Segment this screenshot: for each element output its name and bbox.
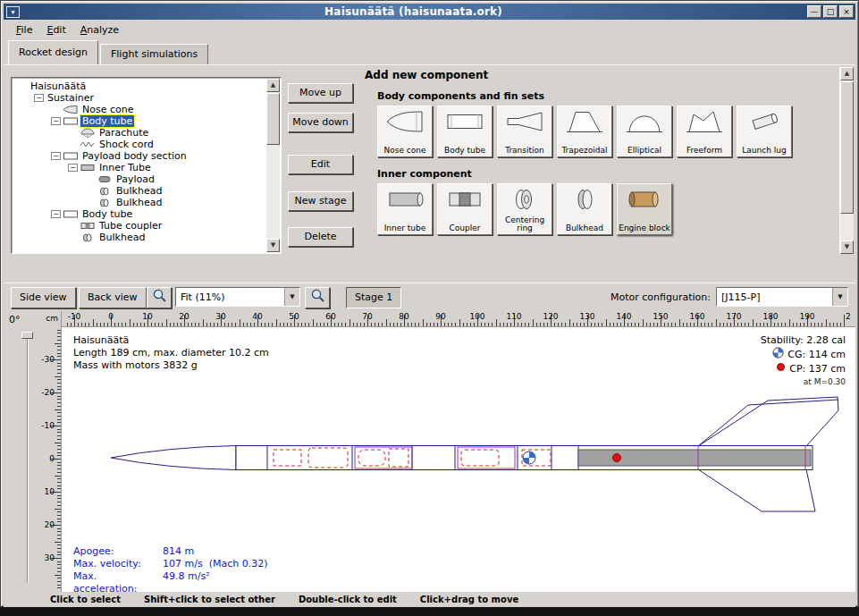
title-bar: ▾ Haisunäätä (haisunaata.ork) — □ × bbox=[4, 4, 855, 20]
palette-button-engine-block[interactable]: Engine block bbox=[617, 183, 672, 235]
tab-flight-simulations[interactable]: Flight simulations bbox=[100, 44, 208, 64]
tree-item-parachute[interactable]: Parachute bbox=[14, 127, 264, 139]
delete-button[interactable]: Delete bbox=[288, 227, 353, 247]
ruler-tick bbox=[364, 323, 365, 326]
ruler-tick bbox=[57, 515, 61, 516]
tree-item-bulkhead[interactable]: Bulkhead bbox=[14, 185, 264, 197]
scroll-down-icon[interactable]: ▼ bbox=[266, 239, 280, 252]
ruler-tick bbox=[463, 323, 464, 326]
scroll-up-icon[interactable]: ▲ bbox=[266, 79, 280, 92]
tree-item-bulkhead[interactable]: Bulkhead bbox=[14, 197, 264, 208]
tab-rocket-design[interactable]: Rocket design bbox=[8, 40, 98, 64]
palette-button-body-tube[interactable]: Body tube bbox=[437, 105, 493, 157]
ruler-tick bbox=[811, 323, 812, 326]
zoom-in-button[interactable] bbox=[305, 287, 330, 308]
tree-expander-icon[interactable]: − bbox=[68, 164, 78, 172]
palette-scrollbar[interactable]: ▲ ▼ bbox=[839, 67, 854, 254]
tree-expander-icon[interactable]: − bbox=[51, 210, 61, 218]
ruler-tick bbox=[217, 323, 218, 326]
nose-cone-shape[interactable] bbox=[111, 446, 236, 470]
stage-1-toggle[interactable]: Stage 1 bbox=[346, 287, 401, 308]
ruler-tick bbox=[643, 319, 644, 326]
edit-button[interactable]: Edit bbox=[288, 155, 353, 174]
ruler-tick bbox=[130, 319, 131, 326]
tree-item-haisun-t-[interactable]: Haisunäätä bbox=[14, 80, 264, 92]
palette-button-freeform[interactable]: Freeform bbox=[677, 105, 732, 157]
ruler-tick bbox=[57, 472, 61, 473]
palette-button-nose-cone[interactable]: Nose cone bbox=[377, 105, 433, 157]
menu-edit[interactable]: Edit bbox=[39, 21, 72, 38]
ruler-tick bbox=[57, 495, 61, 496]
ruler-tick bbox=[594, 323, 595, 326]
tree-expander-icon[interactable]: − bbox=[51, 152, 61, 160]
dropdown-arrow-icon[interactable]: ▼ bbox=[832, 288, 847, 306]
palette-button-centering-ring[interactable]: Centering ring bbox=[497, 183, 552, 235]
palette-button-label: Coupler bbox=[450, 224, 481, 232]
maximize-button[interactable]: □ bbox=[823, 5, 838, 18]
ruler-tick bbox=[57, 353, 61, 354]
fin-bottom-shape[interactable] bbox=[698, 469, 815, 511]
menu-analyze[interactable]: Analyze bbox=[73, 21, 126, 38]
ruler-tick bbox=[265, 323, 265, 326]
tree-item-tube-coupler[interactable]: Tube coupler bbox=[14, 220, 264, 232]
tree-item-body-tube[interactable]: −Body tube bbox=[14, 208, 264, 220]
ruler-tick bbox=[57, 511, 61, 512]
minimize-button[interactable]: — bbox=[807, 5, 821, 18]
ruler-tick bbox=[57, 432, 61, 433]
side-view-button[interactable]: Side view bbox=[11, 287, 76, 308]
ruler-tick bbox=[638, 323, 639, 326]
scrollbar-thumb[interactable] bbox=[266, 93, 280, 145]
menu-file[interactable]: File bbox=[9, 21, 39, 38]
tree-item-bulkhead[interactable]: Bulkhead bbox=[14, 232, 264, 243]
scroll-down-icon[interactable]: ▼ bbox=[840, 240, 854, 254]
back-view-button[interactable]: Back view bbox=[79, 287, 147, 308]
palette-button-elliptical[interactable]: Elliptical bbox=[617, 105, 672, 157]
flight-row: Max. velocity:107 m/s (Mach 0.32) bbox=[73, 558, 267, 570]
ruler-tick bbox=[455, 323, 456, 326]
tree-item-payload[interactable]: Payload bbox=[14, 173, 264, 185]
tree-item-nose-cone[interactable]: Nose cone bbox=[14, 104, 264, 115]
new-stage-button[interactable]: New stage bbox=[288, 191, 353, 211]
tree-scrollbar[interactable]: ▲ ▼ bbox=[265, 79, 280, 252]
vertical-ruler: cm -30-20-100102030 bbox=[39, 311, 62, 592]
palette-button-launch-lug[interactable]: Launch lug bbox=[737, 105, 792, 157]
tree-expander-icon[interactable]: − bbox=[34, 94, 44, 102]
scrollbar-thumb[interactable] bbox=[840, 81, 854, 214]
close-button[interactable]: × bbox=[839, 5, 854, 18]
fin-top-shape[interactable] bbox=[698, 397, 838, 446]
tree-item-body-tube[interactable]: −Body tube bbox=[14, 115, 264, 127]
ruler-tick bbox=[510, 323, 511, 326]
tree-item-inner-tube[interactable]: −Inner Tube bbox=[14, 162, 264, 173]
palette-button-transition[interactable]: Transition bbox=[497, 105, 552, 157]
ruler-tick bbox=[247, 323, 248, 326]
ruler-tick bbox=[606, 319, 607, 326]
ruler-tick bbox=[528, 323, 529, 326]
ruler-tick bbox=[400, 323, 401, 326]
zoom-out-button[interactable] bbox=[147, 287, 172, 308]
ruler-label: 160 bbox=[689, 312, 704, 321]
drawing-area[interactable]: Haisunäätä Length 189 cm, max. diameter … bbox=[62, 327, 855, 592]
ruler-tick bbox=[57, 505, 61, 506]
scroll-up-icon[interactable]: ▲ bbox=[840, 67, 854, 80]
ruler-tick bbox=[125, 323, 126, 326]
tree-item-shock-cord[interactable]: Shock cord bbox=[14, 139, 264, 150]
inner-tube-icon bbox=[80, 163, 97, 173]
palette-button-trapezoidal[interactable]: Trapezoidal bbox=[557, 105, 612, 157]
palette-button-coupler[interactable]: Coupler bbox=[437, 183, 493, 235]
ruler-label: 110 bbox=[506, 312, 521, 321]
ruler-tick bbox=[533, 319, 534, 326]
tree-expander-icon[interactable]: − bbox=[51, 117, 61, 125]
rotation-slider-track[interactable] bbox=[27, 334, 29, 583]
dropdown-arrow-icon[interactable]: ▼ bbox=[284, 288, 299, 306]
zoom-select[interactable]: Fit (11%) ▼ bbox=[175, 287, 300, 307]
tree-indent bbox=[68, 233, 78, 241]
fin-far-shape[interactable] bbox=[698, 400, 838, 446]
palette-button-bulkhead[interactable]: Bulkhead bbox=[557, 183, 612, 235]
palette-button-inner-tube[interactable]: Inner tube bbox=[377, 183, 433, 235]
move-down-button[interactable]: Move down bbox=[288, 113, 353, 132]
motor-configuration-select[interactable]: [J115-P] ▼ bbox=[716, 287, 848, 307]
move-up-button[interactable]: Move up bbox=[288, 83, 353, 103]
rotation-slider-thumb[interactable] bbox=[21, 332, 33, 339]
tree-item-payload-body-section[interactable]: −Payload body section bbox=[14, 150, 264, 162]
tree-item-sustainer[interactable]: −Sustainer bbox=[14, 92, 264, 104]
